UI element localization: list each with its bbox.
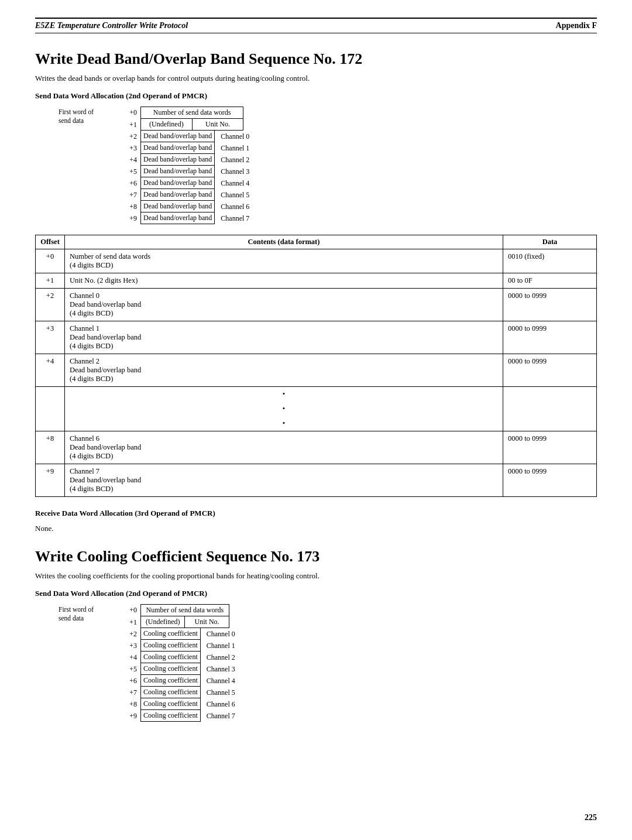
section1-title: Write Dead Band/Overlap Band Sequence No…: [35, 50, 597, 68]
alloc-row-9: +9 Dead band/overlap band Channel 7: [123, 212, 249, 224]
alloc-row-0: +0 Number of send data words: [123, 107, 249, 119]
alloc-content-2: +0 Number of send data words +1 (Undefin…: [123, 604, 235, 722]
alloc2-row-9: +9 Cooling coefficient Channel 7: [123, 710, 235, 722]
alloc2-row-2: +2 Cooling coefficient Channel 0: [123, 628, 235, 640]
alloc-row-7: +7 Dead band/overlap band Channel 5: [123, 189, 249, 201]
alloc-row-3: +3 Dead band/overlap band Channel 1: [123, 142, 249, 154]
section2-sub1-title: Send Data Word Allocation (2nd Operand o…: [35, 589, 597, 598]
page-footer: 225: [585, 813, 597, 822]
alloc2-row-1: +1 (Undefined) Unit No.: [123, 616, 235, 628]
section1-receive-none: None.: [35, 524, 597, 533]
section1-alloc-diagram: First word of send data +0 Number of sen…: [59, 107, 597, 224]
alloc-label-2: First word of send data: [59, 604, 123, 623]
alloc-content: +0 Number of send data words +1 (Undefin…: [123, 107, 249, 224]
table-row: +9 Channel 7Dead band/overlap band(4 dig…: [36, 464, 597, 497]
page-header: E5ZE Temperature Controller Write Protoc…: [35, 18, 597, 33]
section2: Write Cooling Coefficient Sequence No. 1…: [35, 547, 597, 722]
section1-data-table: Offset Contents (data format) Data +0 Nu…: [35, 235, 597, 497]
alloc2-row-6: +6 Cooling coefficient Channel 4: [123, 675, 235, 687]
alloc-row-5: +5 Dead band/overlap band Channel 3: [123, 166, 249, 177]
alloc-label: First word of send data: [59, 107, 123, 125]
table-row: +4 Channel 2Dead band/overlap band(4 dig…: [36, 354, 597, 387]
col-contents: Contents (data format): [65, 235, 503, 249]
section1-desc: Writes the dead bands or overlap bands f…: [35, 74, 597, 83]
section1-sub2-title: Receive Data Word Allocation (3rd Operan…: [35, 509, 597, 518]
section1-receive: Receive Data Word Allocation (3rd Operan…: [35, 509, 597, 533]
section2-alloc-diagram: First word of send data +0 Number of sen…: [59, 604, 597, 722]
section2-title: Write Cooling Coefficient Sequence No. 1…: [35, 547, 597, 565]
col-offset: Offset: [36, 235, 65, 249]
alloc2-row-7: +7 Cooling coefficient Channel 5: [123, 687, 235, 698]
alloc-row-6: +6 Dead band/overlap band Channel 4: [123, 177, 249, 189]
header-title: E5ZE Temperature Controller Write Protoc…: [35, 21, 188, 30]
alloc2-row-4: +4 Cooling coefficient Channel 2: [123, 652, 235, 663]
table-dots-row: •: [36, 402, 597, 416]
header-appendix: Appendix F: [556, 21, 597, 30]
table-row: +1 Unit No. (2 digits Hex) 00 to 0F: [36, 273, 597, 289]
table-row: +3 Channel 1Dead band/overlap band(4 dig…: [36, 321, 597, 354]
alloc-row-8: +8 Dead band/overlap band Channel 6: [123, 201, 249, 212]
page-number: 225: [585, 813, 597, 822]
table-row: +2 Channel 0Dead band/overlap band(4 dig…: [36, 289, 597, 321]
alloc-row-1: +1 (Undefined) Unit No.: [123, 119, 249, 131]
table-dots-row: •: [36, 416, 597, 431]
alloc-row-4: +4 Dead band/overlap band Channel 2: [123, 154, 249, 166]
alloc-row-2: +2 Dead band/overlap band Channel 0: [123, 131, 249, 142]
section1-sub1-title: Send Data Word Allocation (2nd Operand o…: [35, 91, 597, 101]
table-row: +0 Number of send data words(4 digits BC…: [36, 249, 597, 273]
table-dots-row: •: [36, 387, 597, 402]
col-data: Data: [503, 235, 597, 249]
alloc2-row-3: +3 Cooling coefficient Channel 1: [123, 640, 235, 652]
alloc2-row-8: +8 Cooling coefficient Channel 6: [123, 698, 235, 710]
alloc2-row-5: +5 Cooling coefficient Channel 3: [123, 663, 235, 675]
section1: Write Dead Band/Overlap Band Sequence No…: [35, 50, 597, 533]
table-row: +8 Channel 6Dead band/overlap band(4 dig…: [36, 431, 597, 464]
page: E5ZE Temperature Controller Write Protoc…: [0, 0, 632, 840]
alloc2-row-0: +0 Number of send data words: [123, 604, 235, 616]
section2-desc: Writes the cooling coefficients for the …: [35, 571, 597, 581]
